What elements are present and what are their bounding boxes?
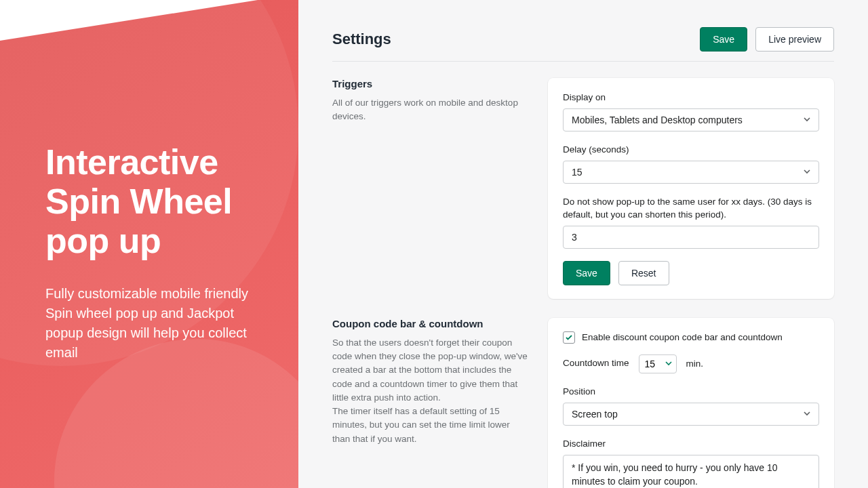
triggers-save-button[interactable]: Save — [563, 261, 610, 285]
display-on-select[interactable]: Mobiles, Tablets and Desktop computers — [563, 108, 819, 131]
delay-select[interactable]: 15 — [563, 161, 819, 184]
coupon-desc-2: The timer itself has a default setting o… — [332, 405, 529, 446]
triggers-card: Display on Mobiles, Tablets and Desktop … — [548, 78, 834, 299]
triggers-title: Triggers — [332, 78, 529, 89]
marketing-panel: Interactive Spin Wheel pop up Fully cust… — [0, 0, 298, 488]
hero-title: Interactive Spin Wheel pop up — [45, 142, 271, 261]
disclaimer-textarea[interactable] — [563, 455, 819, 488]
countdown-select[interactable]: 15 — [639, 354, 677, 373]
countdown-label: Countdown time — [563, 357, 629, 370]
settings-panel: Settings Save Live preview Triggers All … — [298, 0, 868, 488]
triggers-section: Triggers All of our triggers work on mob… — [332, 78, 834, 299]
triggers-reset-button[interactable]: Reset — [618, 261, 669, 285]
enable-coupon-label: Enable discount coupon code bar and coun… — [582, 332, 783, 342]
coupon-desc-1: So that the users doesn't forget their c… — [332, 336, 529, 405]
countdown-unit: min. — [686, 359, 704, 369]
disclaimer-label: Disclaimer — [563, 438, 819, 451]
hero-subtitle: Fully customizable mobile friendly Spin … — [45, 284, 271, 363]
coupon-section: Coupon code bar & countdown So that the … — [332, 318, 834, 488]
header-divider — [332, 61, 834, 62]
position-label: Position — [563, 386, 819, 399]
live-preview-button[interactable]: Live preview — [755, 27, 834, 52]
coupon-card: Enable discount coupon code bar and coun… — [548, 318, 834, 488]
page-title: Settings — [332, 30, 391, 48]
display-on-label: Display on — [563, 92, 819, 104]
check-icon — [565, 333, 573, 342]
header-save-button[interactable]: Save — [700, 27, 747, 52]
hide-days-input[interactable] — [563, 226, 819, 249]
triggers-desc: All of our triggers work on mobile and d… — [332, 96, 529, 124]
position-select[interactable]: Screen top — [563, 403, 819, 426]
coupon-title: Coupon code bar & countdown — [332, 318, 529, 329]
hide-days-label: Do not show pop-up to the same user for … — [563, 196, 819, 222]
delay-label: Delay (seconds) — [563, 144, 819, 157]
enable-coupon-checkbox[interactable] — [563, 331, 575, 344]
